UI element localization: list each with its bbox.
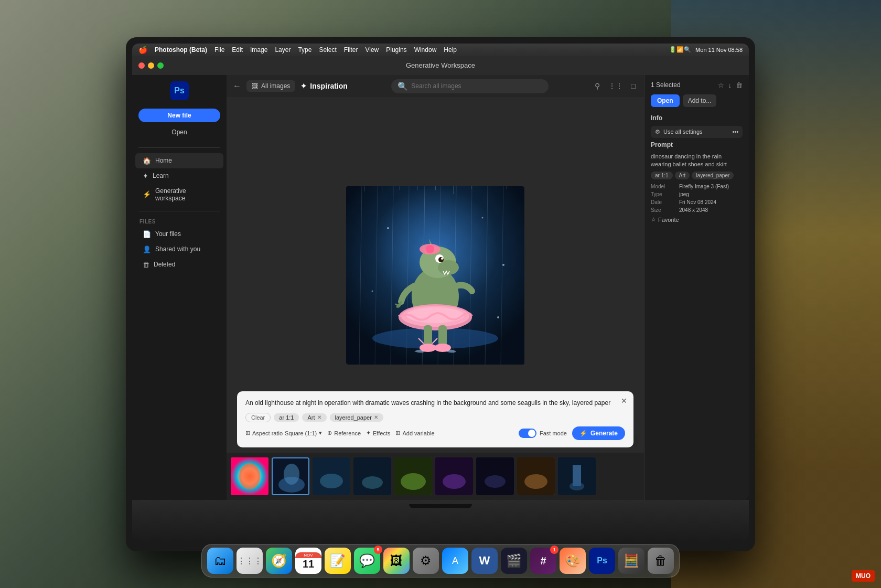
- dock-calculator[interactable]: 🧮: [618, 548, 644, 574]
- menu-view[interactable]: View: [365, 46, 379, 54]
- menu-app-name[interactable]: Photoshop (Beta): [155, 46, 207, 54]
- fast-mode-label: Fast mode: [540, 430, 567, 436]
- menu-layer[interactable]: Layer: [275, 46, 291, 54]
- add-variable-label: Add variable: [402, 430, 434, 436]
- star-button[interactable]: ☆: [718, 81, 724, 89]
- prompt-close-button[interactable]: ✕: [621, 397, 627, 405]
- dock-photos[interactable]: 🖼: [383, 548, 410, 574]
- app-content: Ps New file Open 🏠 Home ✦ Learn ⚡ Genera…: [132, 75, 749, 500]
- toggle-switch[interactable]: [519, 429, 536, 438]
- sidebar-item-home[interactable]: 🏠 Home: [135, 153, 223, 168]
- laptop-shell: 🍎 Photoshop (Beta) File Edit Image Layer…: [126, 37, 755, 551]
- reference-button[interactable]: ⊕ Reference: [327, 430, 361, 436]
- svg-point-12: [372, 328, 498, 349]
- dock-photoshop[interactable]: Ps: [589, 548, 615, 574]
- dock-launchpad[interactable]: ⋮⋮⋮: [237, 548, 263, 574]
- thumbnail-7[interactable]: [476, 457, 514, 495]
- close-window-btn[interactable]: [138, 62, 145, 69]
- inspiration-button[interactable]: ✦ Inspiration: [300, 82, 348, 90]
- search-bar[interactable]: 🔍: [391, 79, 549, 93]
- dock-colornote[interactable]: 🎨: [560, 548, 586, 574]
- your-files-icon: 📄: [143, 230, 151, 238]
- fast-mode-toggle[interactable]: Fast mode: [519, 429, 567, 438]
- add-to-button[interactable]: Add to...: [683, 94, 717, 107]
- tag-ar[interactable]: ar 1:1: [274, 413, 299, 422]
- menu-select[interactable]: Select: [319, 46, 336, 54]
- dock-system-settings[interactable]: ⚙: [413, 548, 439, 574]
- menu-file[interactable]: File: [214, 46, 224, 54]
- menu-help[interactable]: Help: [444, 46, 457, 54]
- effects-button[interactable]: ✦ Effects: [366, 430, 390, 436]
- generate-button[interactable]: ⚡ Generate: [572, 426, 625, 440]
- thumbnail-2[interactable]: [272, 457, 309, 495]
- use-all-settings-button[interactable]: ⚙ Use all settings •••: [651, 126, 743, 138]
- menu-plugins[interactable]: Plugins: [386, 46, 406, 54]
- dock-notes[interactable]: 📝: [325, 548, 351, 574]
- back-button[interactable]: ←: [233, 81, 241, 91]
- settings-icon: ⚙: [655, 129, 660, 135]
- shared-icon: 👤: [143, 245, 151, 253]
- add-variable-button[interactable]: ⊞ Add variable: [395, 430, 434, 436]
- thumbnail-9[interactable]: [558, 457, 596, 495]
- sidebar-item-shared-with-you[interactable]: 👤 Shared with you: [135, 242, 223, 257]
- menu-window[interactable]: Window: [414, 46, 437, 54]
- dock-trash[interactable]: 🗑: [648, 548, 674, 574]
- sidebar-item-learn[interactable]: ✦ Learn: [135, 168, 223, 184]
- use-all-settings-label: Use all settings: [663, 129, 703, 135]
- dock-word[interactable]: W: [471, 548, 498, 574]
- sidebar-item-generative-workspace[interactable]: ⚡ Generative workspace: [135, 184, 223, 206]
- search-input[interactable]: [411, 82, 542, 90]
- sidebar-item-deleted[interactable]: 🗑 Deleted: [135, 257, 223, 272]
- menu-filter[interactable]: Filter: [344, 46, 358, 54]
- thumbnail-5[interactable]: [394, 457, 432, 495]
- type-row: Type jpeg: [651, 191, 743, 197]
- dock-messages[interactable]: 💬 5: [354, 548, 380, 574]
- favorite-button[interactable]: ☆ Favorite: [651, 216, 743, 223]
- inspiration-icon: ✦: [300, 82, 307, 90]
- star-icon: ☆: [651, 216, 656, 223]
- menu-edit[interactable]: Edit: [232, 46, 243, 54]
- apple-menu[interactable]: 🍎: [138, 46, 147, 54]
- clear-button[interactable]: Clear: [245, 413, 271, 422]
- open-button[interactable]: Open: [138, 125, 220, 139]
- tag-layered-paper-remove[interactable]: ✕: [374, 414, 378, 420]
- filter-button[interactable]: ⚲: [593, 80, 602, 92]
- dock-finder[interactable]: 🗂: [207, 548, 233, 574]
- dock-appstore[interactable]: A: [442, 548, 468, 574]
- dock-davinci[interactable]: 🎬: [501, 548, 527, 574]
- tag-art-remove[interactable]: ✕: [317, 414, 321, 420]
- grid-view-button[interactable]: ⋮⋮: [606, 80, 625, 92]
- minimize-window-btn[interactable]: [148, 62, 154, 69]
- menu-type[interactable]: Type: [298, 46, 311, 54]
- dock-calendar[interactable]: NOV 11: [295, 548, 321, 574]
- open-button[interactable]: Open: [651, 94, 680, 107]
- tag-layered-paper[interactable]: layered_paper ✕: [330, 413, 383, 422]
- thumbnail-3[interactable]: [313, 457, 350, 495]
- svg-point-41: [284, 464, 299, 485]
- date-value: Fri Nov 08 2024: [679, 199, 743, 205]
- menu-image[interactable]: Image: [250, 46, 267, 54]
- laptop-notch: [409, 504, 472, 508]
- add-variable-icon: ⊞: [395, 430, 400, 436]
- svg-point-32: [387, 227, 389, 229]
- all-images-button[interactable]: 🖼 All images: [246, 80, 295, 92]
- thumbnail-1[interactable]: [231, 457, 268, 495]
- single-view-button[interactable]: □: [629, 80, 638, 92]
- thumbnail-6[interactable]: [435, 457, 473, 495]
- sidebar-item-your-files[interactable]: 📄 Your files: [135, 227, 223, 242]
- dock-slack[interactable]: # 1: [530, 548, 556, 574]
- menubar-icons: 🔋📶🔍: [669, 46, 691, 53]
- thumbnail-4[interactable]: [353, 457, 391, 495]
- thumbnail-8[interactable]: [517, 457, 555, 495]
- aspect-ratio-button[interactable]: ⊞ Aspect ratio Square (1:1) ▾: [245, 430, 322, 436]
- maximize-window-btn[interactable]: [157, 62, 164, 69]
- dock-safari[interactable]: 🧭: [266, 548, 292, 574]
- download-button[interactable]: ↓: [728, 81, 732, 89]
- generative-icon: ⚡: [143, 190, 151, 198]
- slack-badge: 1: [550, 546, 558, 554]
- title-bar: Generative Workspace: [132, 56, 749, 75]
- new-file-button[interactable]: New file: [138, 109, 220, 122]
- model-row: Model Firefly Image 3 (Fast): [651, 184, 743, 189]
- tag-art[interactable]: Art ✕: [302, 413, 326, 422]
- delete-button[interactable]: 🗑: [736, 81, 743, 89]
